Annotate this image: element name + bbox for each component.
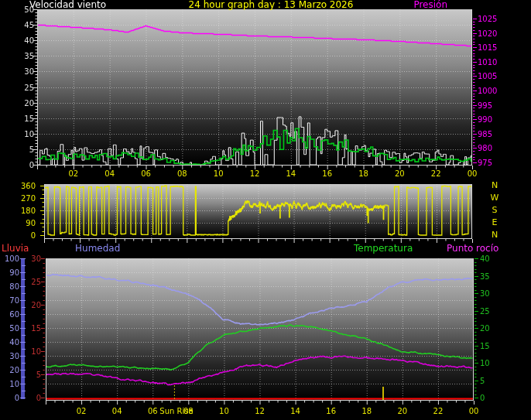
tick-label: 22: [429, 407, 447, 415]
tick-label: 1015: [478, 43, 509, 52]
tick-label: 1005: [478, 72, 509, 80]
tick-label: 90: [0, 268, 19, 277]
tick-label: 100: [0, 254, 19, 263]
tick-label: 40: [0, 338, 19, 347]
tick-label: 1025: [478, 15, 509, 23]
tick-label: E: [488, 218, 502, 227]
tick-label: 70: [0, 296, 19, 305]
tick-label: 5: [23, 370, 41, 379]
weather-graph-canvas: [0, 0, 531, 420]
tick-label: 0: [480, 394, 503, 402]
tick-label: 20: [0, 366, 19, 374]
tick-label: 1010: [478, 58, 509, 67]
tick-label: 40: [480, 254, 503, 263]
tick-label: 08: [173, 169, 191, 178]
tick-label: 12: [245, 169, 264, 178]
tick-label: 06: [143, 407, 162, 415]
tick-label: 10: [214, 407, 233, 415]
tick-label: 30: [0, 352, 19, 360]
pressure-panel-label: Presión: [385, 0, 447, 10]
tick-label: 04: [108, 407, 126, 415]
tick-label: 02: [64, 169, 83, 178]
tick-label: 1000: [478, 87, 509, 95]
tick-label: 35: [480, 272, 503, 281]
tick-label: 40: [6, 36, 34, 45]
temperature-panel-label: Temperatura: [354, 244, 413, 254]
graph-title: 24 hour graph day : 13 Marzo 2026: [139, 0, 403, 10]
wind-speed-panel-label: Velocidad viento: [29, 0, 106, 10]
tick-label: 1020: [478, 29, 509, 38]
tick-label: S: [488, 206, 502, 214]
tick-label: 20: [393, 407, 412, 415]
tick-label: 5: [6, 145, 34, 154]
tick-label: 14: [286, 407, 305, 415]
tick-label: 270: [8, 194, 36, 203]
tick-label: 25: [480, 307, 503, 316]
tick-label: 0: [6, 161, 34, 169]
tick-label: W: [488, 193, 502, 202]
tick-label: 00: [464, 407, 483, 415]
tick-label: 35: [6, 52, 34, 60]
tick-label: 14: [282, 169, 300, 178]
tick-label: 360: [8, 182, 36, 190]
tick-label: 00: [463, 169, 481, 178]
tick-label: 16: [322, 407, 341, 415]
tick-label: 80: [0, 282, 19, 291]
tick-label: 995: [478, 101, 509, 110]
tick-label: 990: [478, 115, 509, 124]
tick-label: 20: [6, 99, 34, 108]
tick-label: 0: [0, 394, 19, 402]
tick-label: 02: [72, 407, 91, 415]
tick-label: 06: [137, 169, 156, 178]
tick-label: 15: [6, 114, 34, 123]
tick-label: 50: [0, 324, 19, 333]
humidity-panel-label: Humedad: [75, 244, 120, 254]
tick-label: 0: [8, 231, 36, 240]
tick-label: 22: [427, 169, 445, 178]
tick-label: 20: [23, 301, 41, 309]
tick-label: 980: [478, 144, 509, 152]
tick-label: 50: [6, 5, 34, 14]
tick-label: 30: [23, 254, 41, 263]
tick-label: 20: [390, 169, 409, 178]
tick-label: N: [488, 181, 502, 190]
tick-label: 30: [480, 289, 503, 298]
tick-label: 10: [0, 380, 19, 388]
tick-label: 10: [480, 359, 503, 367]
tick-label: 45: [6, 21, 34, 29]
tick-label: 10: [209, 169, 228, 178]
tick-label: 20: [480, 324, 503, 333]
tick-label: 30: [6, 67, 34, 76]
tick-label: 5: [480, 377, 503, 385]
tick-label: 975: [478, 159, 509, 167]
tick-label: 25: [6, 84, 34, 92]
tick-label: 15: [480, 342, 503, 350]
tick-label: 0: [23, 394, 41, 402]
tick-label: 985: [478, 130, 509, 138]
tick-label: 10: [6, 130, 34, 138]
tick-label: 10: [23, 347, 41, 356]
tick-label: 12: [251, 407, 269, 415]
tick-label: 180: [8, 207, 36, 215]
tick-label: 18: [358, 407, 376, 415]
tick-label: 25: [23, 278, 41, 286]
tick-label: 90: [8, 219, 36, 227]
rain-panel-label: Lluvia: [2, 244, 29, 254]
tick-label: 18: [355, 169, 373, 178]
tick-label: 08: [179, 407, 197, 415]
tick-label: 60: [0, 310, 19, 319]
dew-point-panel-label: Punto rocío: [447, 244, 498, 254]
tick-label: N: [488, 230, 502, 239]
tick-label: 15: [23, 324, 41, 333]
weather-24h-graph-window: Velocidad viento 24 hour graph day : 13 …: [0, 0, 531, 420]
tick-label: 04: [101, 169, 119, 178]
tick-label: 16: [318, 169, 337, 178]
